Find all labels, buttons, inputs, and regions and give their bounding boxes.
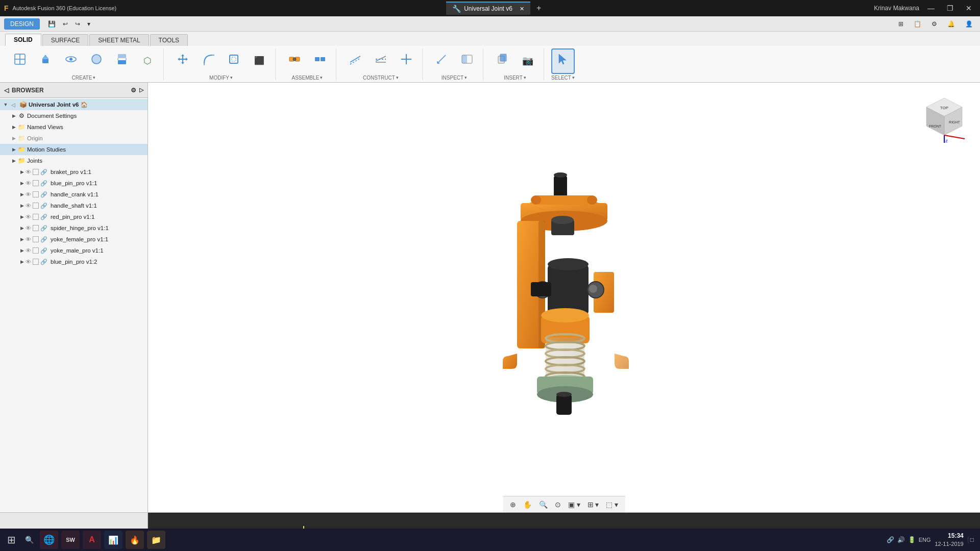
select-arrow[interactable]: ▾	[572, 75, 575, 80]
browser-blue-pin1[interactable]: ▶ 👁 🔗 blue_pin_pro v1:1	[0, 178, 148, 189]
construct-arrow[interactable]: ▾	[396, 75, 399, 80]
assemble-arrow[interactable]: ▾	[320, 75, 323, 80]
minimize-button[interactable]: —	[923, 3, 939, 13]
browser-motion-studies[interactable]: ▶ 📁 Motion Studies	[0, 144, 148, 155]
more-button[interactable]: ▾	[84, 19, 93, 29]
taskbar-explorer[interactable]: 📁	[147, 531, 165, 549]
yoke-male-eye-icon[interactable]: 👁	[26, 247, 31, 254]
yoke-male-arrow[interactable]: ▶	[18, 247, 26, 254]
motion-studies-arrow[interactable]: ▶	[10, 146, 17, 153]
browser-yoke-female[interactable]: ▶ 👁 🔗 yoke_female_pro v1:1	[0, 234, 148, 245]
yoke-female-box-icon[interactable]	[33, 236, 39, 242]
handle-crank-eye-icon[interactable]: 👁	[26, 191, 31, 197]
blue-pin2-arrow[interactable]: ▶	[18, 258, 26, 265]
blue-pin2-box-icon[interactable]	[33, 259, 39, 265]
new-tab-button[interactable]: +	[533, 3, 544, 14]
browser-handle-shaft[interactable]: ▶ 👁 🔗 handle_shaft v1:1	[0, 200, 148, 211]
yoke-female-arrow[interactable]: ▶	[18, 236, 26, 243]
braket-link-icon[interactable]: 🔗	[40, 169, 47, 176]
viewport-display-button[interactable]: ▣ ▾	[566, 499, 583, 510]
redo-button[interactable]: ↪	[72, 19, 83, 29]
revolve-button[interactable]	[59, 48, 83, 74]
create-arrow[interactable]: ▾	[93, 75, 95, 80]
fillet-button[interactable]	[197, 48, 220, 74]
root-expand-arrow[interactable]: ▼	[2, 101, 9, 108]
toolbar-icon2[interactable]: 📋	[911, 19, 924, 29]
sweep-button[interactable]	[85, 48, 108, 74]
blue-pin1-arrow[interactable]: ▶	[18, 180, 26, 187]
browser-expand-icon[interactable]: ▷	[139, 87, 143, 93]
doc-settings-arrow[interactable]: ▶	[10, 112, 17, 119]
insert-derive-button[interactable]	[491, 48, 514, 74]
viewport-env-button[interactable]: ⬚ ▾	[603, 499, 621, 510]
browser-blue-pin2[interactable]: ▶ 👁 🔗 blue_pin_pro v1:2	[0, 256, 148, 267]
joint-button[interactable]	[283, 48, 306, 74]
red-pin-box-icon[interactable]	[33, 214, 39, 220]
viewport-pan-button[interactable]: ✋	[521, 499, 534, 510]
handle-shaft-link-icon[interactable]: 🔗	[40, 203, 47, 209]
tab-sheetmetal[interactable]: SHEET METAL	[89, 34, 149, 46]
shell-button[interactable]	[222, 48, 246, 74]
viewport-fit-button[interactable]: ⊙	[552, 499, 564, 510]
taskbar-search-button[interactable]: 🔍	[22, 534, 37, 546]
axis-button[interactable]	[395, 48, 418, 74]
taskbar-solidworks[interactable]: SW	[61, 531, 80, 549]
browser-named-views[interactable]: ▶ 📁 Named Views	[0, 121, 148, 133]
main-tab[interactable]: 🔧 Universal Joint v6 ✕	[446, 2, 530, 15]
braket-box-icon[interactable]	[33, 169, 39, 175]
braket-arrow[interactable]: ▶	[18, 168, 26, 176]
design-button[interactable]: DESIGN	[4, 18, 40, 30]
measure-button[interactable]	[430, 48, 453, 74]
draft-button[interactable]: ⬛	[248, 48, 271, 74]
midplane-button[interactable]	[369, 48, 393, 74]
modify-arrow[interactable]: ▾	[230, 75, 233, 80]
tab-tools[interactable]: TOOLS	[150, 34, 188, 46]
yoke-female-link-icon[interactable]: 🔗	[40, 236, 47, 243]
spider-hinge-link-icon[interactable]: 🔗	[40, 225, 47, 232]
braket-eye-icon[interactable]: 👁	[26, 169, 31, 175]
view-cube[interactable]: TOP FRONT RIGHT Z	[919, 93, 970, 144]
browser-red-pin[interactable]: ▶ 👁 🔗 red_pin_pro v1:1	[0, 211, 148, 222]
yoke-male-link-icon[interactable]: 🔗	[40, 247, 47, 254]
handle-crank-link-icon[interactable]: 🔗	[40, 191, 47, 198]
offset-plane-button[interactable]	[344, 48, 367, 74]
close-button[interactable]: ✕	[962, 3, 976, 13]
yoke-female-eye-icon[interactable]: 👁	[26, 236, 31, 242]
insert-mesh-button[interactable]: 📷	[516, 48, 540, 74]
inspect-arrow[interactable]: ▾	[464, 75, 467, 80]
handle-crank-box-icon[interactable]	[33, 191, 39, 197]
toolbar-icon3[interactable]: ⚙	[928, 19, 940, 29]
extrude-button[interactable]	[34, 48, 57, 74]
section-analysis-button[interactable]	[455, 48, 479, 74]
origin-arrow[interactable]: ▶	[10, 135, 17, 142]
browser-joints[interactable]: ▶ 📁 Joints	[0, 155, 148, 166]
toolbar-icon4[interactable]: 🔔	[944, 19, 958, 29]
tab-solid[interactable]: SOLID	[5, 34, 41, 46]
toolbar-icon5[interactable]: 👤	[962, 19, 976, 29]
viewport-grid-button[interactable]: ⊞ ▾	[585, 499, 602, 510]
taskbar-app4[interactable]: 📊	[104, 531, 122, 549]
as-built-joint-button[interactable]	[308, 48, 332, 74]
browser-spider-hinge[interactable]: ▶ 👁 🔗 spider_hinge_pro v1:1	[0, 222, 148, 234]
red-pin-arrow[interactable]: ▶	[18, 213, 26, 220]
start-button[interactable]: ⊞	[4, 532, 19, 548]
maximize-button[interactable]: ❐	[943, 3, 958, 13]
blue-pin2-link-icon[interactable]: 🔗	[40, 259, 47, 265]
browser-origin[interactable]: ▶ 📁 Origin	[0, 133, 148, 144]
insert-arrow[interactable]: ▾	[524, 75, 526, 80]
create-more-button[interactable]: ⬡	[136, 48, 159, 74]
tab-surface[interactable]: SURFACE	[42, 34, 89, 46]
undo-button[interactable]: ↩	[60, 19, 71, 29]
handle-shaft-eye-icon[interactable]: 👁	[26, 203, 31, 209]
spider-hinge-arrow[interactable]: ▶	[18, 224, 26, 232]
red-pin-link-icon[interactable]: 🔗	[40, 214, 47, 220]
taskbar-firebase[interactable]: 🔥	[126, 531, 144, 549]
loft-button[interactable]	[110, 48, 134, 74]
save-button[interactable]: 💾	[45, 19, 59, 29]
browser-collapse-icon[interactable]: ◁	[4, 87, 9, 94]
move-button[interactable]	[171, 48, 194, 74]
named-views-arrow[interactable]: ▶	[10, 123, 17, 131]
spider-hinge-box-icon[interactable]	[33, 225, 39, 231]
taskbar-autocad[interactable]: A	[83, 531, 101, 549]
yoke-male-box-icon[interactable]	[33, 247, 39, 254]
